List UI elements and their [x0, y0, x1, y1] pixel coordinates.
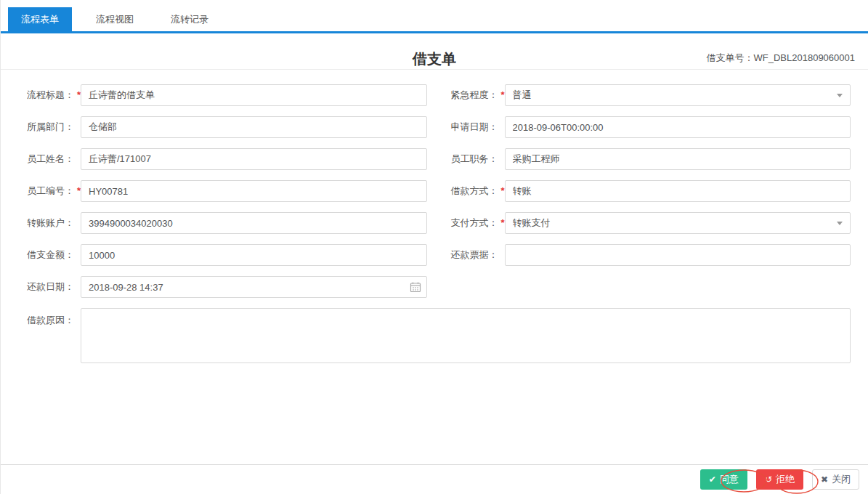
doc-number: 借支单号：WF_DBL201809060001 — [707, 52, 856, 65]
repayment-receipt-input[interactable] — [505, 244, 851, 266]
check-icon: ✔ — [709, 474, 716, 485]
field-urgency: 紧急程度：* — [447, 84, 851, 106]
approve-button[interactable]: ✔ 同意 — [700, 469, 747, 490]
field-borrow-reason: 借款原因： — [23, 308, 851, 365]
field-borrow-method: 借款方式：* — [447, 180, 851, 202]
tab-bar: 流程表单 流程视图 流转记录 — [1, 0, 868, 31]
employee-position-input[interactable] — [505, 148, 851, 170]
field-department: 所属部门： — [23, 116, 427, 138]
field-payment-method: 支付方式：* — [447, 212, 851, 234]
close-button[interactable]: ✖ 关闭 — [812, 469, 859, 490]
employee-name-input[interactable] — [81, 148, 427, 170]
employee-id-input[interactable] — [81, 180, 427, 202]
transfer-account-label: 转账账户： — [27, 217, 74, 228]
urgency-select[interactable] — [505, 84, 851, 106]
field-employee-name: 员工姓名： — [23, 148, 427, 170]
doc-number-label: 借支单号： — [707, 52, 754, 63]
borrow-amount-input[interactable] — [81, 244, 427, 266]
required-asterisk: * — [499, 217, 505, 228]
borrow-method-input[interactable] — [505, 180, 851, 202]
empty-cell — [447, 276, 851, 298]
required-asterisk: * — [75, 89, 81, 100]
department-input[interactable] — [81, 116, 427, 138]
field-process-title: 流程标题：* — [23, 84, 427, 106]
action-bar: ✔ 同意 ↺ 拒绝 ✖ 关闭 — [1, 464, 868, 494]
employee-name-label: 员工姓名： — [27, 153, 74, 164]
field-employee-position: 员工职务： — [447, 148, 851, 170]
employee-id-label: 员工编号： — [27, 185, 74, 196]
borrow-amount-label: 借支金额： — [27, 249, 74, 260]
process-title-label: 流程标题： — [27, 89, 74, 100]
department-label: 所属部门： — [27, 121, 74, 132]
apply-date-label: 申请日期： — [451, 121, 498, 132]
repayment-receipt-label: 还款票据： — [451, 249, 498, 260]
required-asterisk: * — [499, 89, 505, 100]
payment-method-select[interactable] — [505, 212, 851, 234]
close-icon: ✖ — [821, 474, 828, 485]
borrow-method-label: 借款方式： — [451, 185, 498, 196]
field-employee-id: 员工编号：* — [23, 180, 427, 202]
workflow-approval-page: 流程表单 流程视图 流转记录 借支单 借支单号：WF_DBL2018090600… — [0, 0, 868, 494]
process-title-input[interactable] — [81, 84, 427, 106]
field-borrow-amount: 借支金额： — [23, 244, 427, 266]
field-repayment-date: 还款日期： — [23, 276, 427, 298]
required-asterisk: * — [75, 185, 81, 196]
undo-icon: ↺ — [765, 474, 772, 485]
borrow-reason-textarea[interactable] — [81, 308, 851, 363]
reject-button[interactable]: ↺ 拒绝 — [756, 469, 803, 490]
close-button-label: 关闭 — [832, 473, 851, 486]
form-header: 借支单 借支单号：WF_DBL201809060001 — [1, 33, 868, 70]
tab-process-view[interactable]: 流程视图 — [83, 7, 147, 31]
employee-position-label: 员工职务： — [451, 153, 498, 164]
transfer-account-input[interactable] — [81, 212, 427, 234]
field-repayment-receipt: 还款票据： — [447, 244, 851, 266]
urgency-label: 紧急程度： — [451, 89, 498, 100]
apply-date-input[interactable] — [505, 116, 851, 138]
borrow-form: 流程标题：* 紧急程度：* 所属部门： 申请日期： 员工姓名： 员工职务： — [1, 70, 868, 365]
approve-button-label: 同意 — [720, 473, 739, 486]
doc-number-value: WF_DBL201809060001 — [754, 52, 856, 63]
tab-process-form[interactable]: 流程表单 — [8, 7, 72, 31]
reject-button-label: 拒绝 — [776, 473, 795, 486]
payment-method-label: 支付方式： — [451, 217, 498, 228]
tab-flow-records[interactable]: 流转记录 — [158, 7, 222, 31]
repayment-date-input[interactable] — [81, 276, 427, 298]
borrow-reason-label: 借款原因： — [27, 315, 74, 325]
required-asterisk: * — [499, 185, 505, 196]
field-transfer-account: 转账账户： — [23, 212, 427, 234]
repayment-date-label: 还款日期： — [27, 281, 74, 292]
field-apply-date: 申请日期： — [447, 116, 851, 138]
